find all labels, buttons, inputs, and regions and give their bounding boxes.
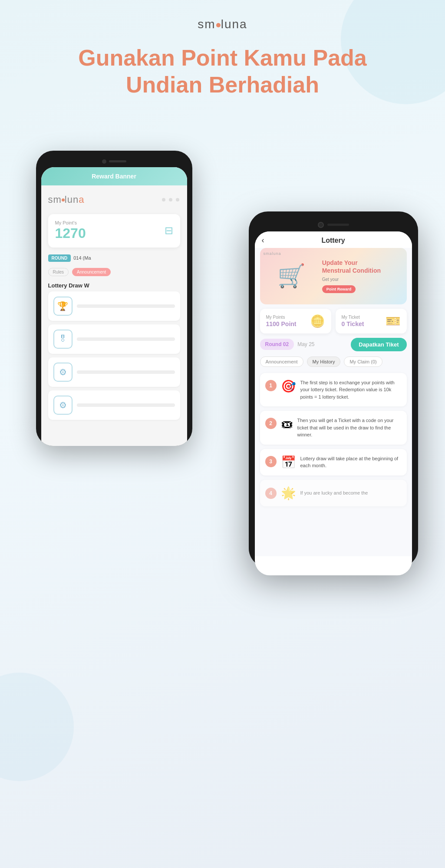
back-tabs: Rules Announcement (41, 264, 187, 280)
step-2: 2 🎟 Then you will get a Ticket with a co… (260, 411, 407, 445)
prize-placeholder (77, 370, 175, 374)
back-section-title: Lottery Draw W (41, 280, 187, 291)
tabs-row: Announcement My History My Claim (0) (255, 356, 412, 373)
step-3: 3 📅 Lottery draw will take place at the … (260, 449, 407, 475)
step-2-text: Then you will get a Ticket with a code o… (297, 417, 402, 439)
phone-front: ‹ Lottery smaluna 🛒 Update Your Menstrua… (249, 211, 418, 568)
phone-back: Reward Banner smluna (36, 151, 192, 446)
front-banner: smaluna 🛒 Update Your Menstrual Conditio… (260, 248, 407, 304)
step-number-4: 4 (265, 488, 277, 499)
get-ticket-button[interactable]: Dapatkan Tiket (351, 338, 406, 351)
back-tab-announcement[interactable]: Announcement (72, 268, 111, 276)
my-points-card: My Points 1100 Point 🪙 (260, 309, 331, 333)
back-screen-content: Reward Banner smluna (41, 167, 187, 446)
dec-dot (169, 198, 172, 201)
step-1-icon: 🎯 (281, 379, 296, 393)
my-ticket-label: My Ticket (342, 315, 364, 320)
prize-icon-gear1: ⚙ (53, 363, 73, 382)
front-camera (318, 222, 324, 228)
step-1-text: The first step is to exchange your point… (300, 379, 402, 401)
step-4-text: If you are lucky and become the (300, 489, 402, 497)
phones-container: Reward Banner smluna (27, 125, 418, 819)
banner-smaluna-label: smaluna (264, 251, 281, 256)
logo-dot (216, 23, 221, 27)
step-4-icon: 🌟 (281, 486, 296, 500)
my-ticket-card-left: My Ticket 0 Ticket (342, 315, 364, 327)
back-tab-rules[interactable]: Rules (48, 268, 69, 276)
banner-sub: Get your (322, 277, 403, 282)
banner-cart-area: 🛒 (260, 263, 319, 289)
dec-dot (176, 198, 179, 201)
step-4-partial: 4 🌟 If you are lucky and become the (260, 480, 407, 506)
title-line1: Gunakan Point Kamu Pada (78, 45, 367, 70)
prize-icon-trophy: 🏆 (53, 297, 73, 316)
banner-point-button[interactable]: Point Reward (322, 285, 356, 293)
banner-text-area: Update Your Menstrual Condition Get your… (319, 254, 407, 297)
back-phone-screen: Reward Banner smluna (41, 167, 187, 446)
back-speaker (109, 160, 126, 162)
back-round-badge: ROUND 014 (Ma (48, 254, 91, 262)
step-number-3: 3 (265, 456, 277, 467)
points-icon: ⊟ (165, 224, 173, 237)
list-item: ⚙ (48, 357, 180, 387)
cards-row: My Points 1100 Point 🪙 My Ticket 0 Ticke… (255, 309, 412, 338)
back-phone-notch (41, 156, 187, 167)
front-screen-content: ‹ Lottery smaluna 🛒 Update Your Menstrua… (255, 231, 412, 556)
back-points-label: My Point's (55, 220, 86, 225)
banner-line2: Menstrual Condition (322, 267, 381, 274)
list-item: 🎖 (48, 324, 180, 354)
back-logo-area: smluna (41, 185, 187, 210)
tab-announcement[interactable]: Announcement (260, 356, 303, 367)
banner-line1: Update Your (322, 259, 358, 266)
front-title: Lottery (321, 237, 345, 244)
prize-placeholder (77, 304, 175, 308)
step-3-text: Lottery draw will take place at the begi… (300, 455, 402, 469)
list-item: ⚙ (48, 390, 180, 420)
step-1: 1 🎯 The first step is to exchange your p… (260, 373, 407, 407)
my-points-value: 1100 Point (266, 320, 297, 327)
back-button[interactable]: ‹ (262, 236, 264, 245)
steps-list: 1 🎯 The first step is to exchange your p… (255, 373, 412, 506)
back-round-value: 014 (Ma (73, 255, 91, 261)
step-number-2: 2 (265, 418, 277, 429)
back-banner-text: Reward Banner (92, 173, 136, 180)
back-prize-list: 🏆 🎖 ⚙ ⚙ (41, 291, 187, 420)
points-coins-icon: 🪙 (310, 314, 325, 328)
step-3-icon: 📅 (281, 455, 296, 469)
back-round-label: ROUND (48, 254, 71, 262)
back-points-value: 1270 (55, 225, 86, 241)
back-points-card: My Point's 1270 ⊟ (48, 214, 180, 248)
front-topbar: ‹ Lottery (255, 231, 412, 248)
list-item: 🏆 (48, 291, 180, 321)
front-phone-notch (255, 218, 412, 231)
tab-my-claim[interactable]: My Claim (0) (344, 356, 382, 367)
tab-my-history[interactable]: My History (307, 356, 341, 367)
banner-main-text: Update Your Menstrual Condition (322, 259, 403, 274)
round-cta-row: Round 02 May 25 Dapatkan Tiket (255, 338, 412, 356)
front-phone-screen: ‹ Lottery smaluna 🛒 Update Your Menstrua… (255, 231, 412, 575)
header: smluna Gunakan Point Kamu Pada Undian Be… (0, 0, 445, 99)
my-ticket-value: 0 Ticket (342, 320, 364, 327)
back-logo: smluna (48, 194, 85, 205)
front-speaker (327, 224, 349, 226)
prize-icon-medal: 🎖 (53, 330, 73, 349)
prize-icon-gear2: ⚙ (53, 396, 73, 415)
back-camera (102, 159, 106, 164)
round-pill: Round 02 (260, 339, 294, 350)
cart-icon: 🛒 (277, 263, 306, 289)
my-points-card-left: My Points 1100 Point (266, 315, 297, 327)
ticket-icon: 🎫 (386, 314, 401, 328)
step-number-1: 1 (265, 380, 277, 391)
app-logo: smluna (0, 17, 445, 31)
my-ticket-card: My Ticket 0 Ticket 🎫 (336, 309, 407, 333)
back-reward-banner: Reward Banner (41, 167, 187, 185)
my-points-label: My Points (266, 315, 297, 320)
main-title: Gunakan Point Kamu Pada Undian Berhadiah (0, 44, 445, 99)
title-line2: Undian Berhadiah (126, 72, 319, 97)
prize-placeholder (77, 337, 175, 341)
dec-dot (162, 198, 165, 201)
prize-placeholder (77, 403, 175, 407)
step-2-icon: 🎟 (281, 417, 293, 431)
round-date: May 25 (297, 341, 314, 347)
